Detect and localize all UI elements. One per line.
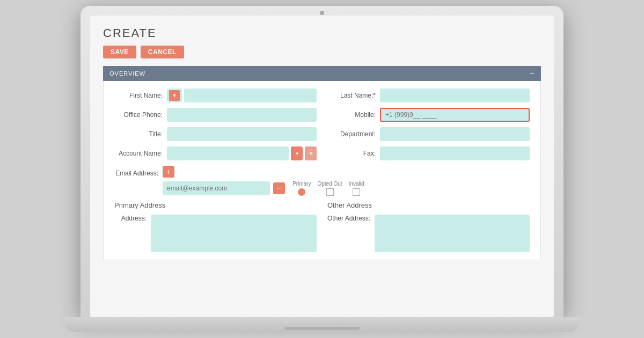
laptop-screen: CREATE SAVE CANCEL OVERVIEW − First Name…	[90, 16, 554, 317]
account-name-label: Account Name:	[114, 150, 163, 157]
last-name-input[interactable]	[380, 89, 530, 102]
collapse-button[interactable]: −	[530, 69, 535, 78]
overview-section-header: OVERVIEW −	[103, 66, 541, 81]
office-phone-label: Office Phone:	[114, 111, 163, 119]
form-row-account-fax: Account Name: ✦ ✕ Fax:	[114, 146, 530, 160]
laptop-frame: CREATE SAVE CANCEL OVERVIEW − First Name…	[80, 6, 564, 317]
page-title: CREATE	[103, 26, 541, 40]
primary-address-row: Address:	[114, 215, 317, 252]
department-col: Department:	[327, 127, 530, 141]
primary-option: Primary	[292, 181, 311, 196]
last-name-col: Last Name:*	[327, 89, 530, 102]
last-name-label: Last Name:*	[327, 92, 376, 99]
mobile-input[interactable]	[380, 108, 530, 122]
title-label: Title:	[114, 130, 163, 138]
overview-label: OVERVIEW	[109, 70, 145, 77]
primary-label: Primary	[292, 181, 311, 187]
department-input[interactable]	[380, 127, 530, 141]
email-section: Email Address: + − Primary	[114, 166, 530, 196]
other-address-label: Other Address:	[327, 215, 370, 222]
overview-section-body: First Name: ▼ Last Name:*	[103, 81, 541, 260]
first-name-input-group: ▼	[167, 89, 317, 102]
mobile-label: Mobile:	[327, 111, 376, 119]
first-name-col: First Name: ▼	[114, 89, 317, 102]
other-address-title: Other Address	[327, 201, 530, 209]
email-input-row: − Primary Opted Out	[163, 181, 530, 196]
invalid-option: Invalid	[349, 181, 364, 196]
other-address-col: Other Address Other Address:	[327, 201, 530, 252]
opted-out-checkbox[interactable]	[326, 188, 334, 196]
department-label: Department:	[327, 130, 376, 138]
email-address-label: Email Address:	[115, 170, 158, 177]
account-name-col: Account Name: ✦ ✕	[114, 146, 317, 160]
account-name-input[interactable]	[167, 146, 289, 160]
account-clear-button[interactable]: ✕	[305, 146, 317, 160]
invalid-checkbox[interactable]	[353, 188, 360, 196]
office-phone-input[interactable]	[167, 108, 317, 122]
toolbar: SAVE CANCEL	[103, 46, 541, 58]
cancel-button[interactable]: CANCEL	[141, 46, 184, 58]
account-select-button[interactable]: ✦	[291, 146, 303, 160]
primary-address-title: Primary Address	[114, 201, 317, 209]
form-row-name: First Name: ▼ Last Name:*	[114, 89, 530, 102]
email-label-area: Email Address:	[114, 166, 163, 178]
remove-email-button[interactable]: −	[273, 182, 285, 194]
form-row-title-dept: Title: Department:	[114, 127, 530, 141]
other-address-input[interactable]	[375, 215, 530, 252]
form-row-phones: Office Phone: Mobile:	[114, 108, 530, 122]
account-name-input-group: ✦ ✕	[167, 146, 317, 160]
first-name-input[interactable]	[184, 89, 317, 102]
other-address-row: Other Address:	[327, 215, 530, 252]
opted-out-label: Opted Out	[317, 181, 342, 187]
office-phone-col: Office Phone:	[114, 108, 317, 122]
address-label: Address:	[114, 215, 147, 222]
mobile-col: Mobile:	[327, 108, 530, 122]
address-section: Primary Address Address: Other Address O…	[114, 201, 530, 252]
salutation-dropdown[interactable]: ▼	[167, 89, 182, 102]
laptop-base	[64, 317, 580, 332]
first-name-label: First Name:	[114, 92, 163, 99]
primary-address-col: Primary Address Address:	[114, 201, 317, 252]
fax-input[interactable]	[380, 146, 530, 160]
fax-col: Fax:	[327, 146, 530, 160]
dropdown-arrow-icon: ▼	[169, 90, 180, 101]
primary-address-input[interactable]	[151, 215, 317, 252]
fax-label: Fax:	[327, 150, 376, 157]
opted-out-option: Opted Out	[317, 181, 342, 196]
save-button[interactable]: SAVE	[103, 46, 136, 58]
email-options: Primary Opted Out Invalid	[292, 181, 364, 196]
laptop-camera	[320, 11, 324, 15]
primary-radio[interactable]	[298, 188, 305, 196]
email-input[interactable]	[163, 181, 270, 195]
title-col: Title:	[114, 127, 317, 141]
title-input[interactable]	[167, 127, 317, 141]
add-email-button[interactable]: +	[163, 166, 174, 178]
invalid-label: Invalid	[349, 181, 364, 187]
email-content: + − Primary Opted Out	[163, 166, 530, 196]
